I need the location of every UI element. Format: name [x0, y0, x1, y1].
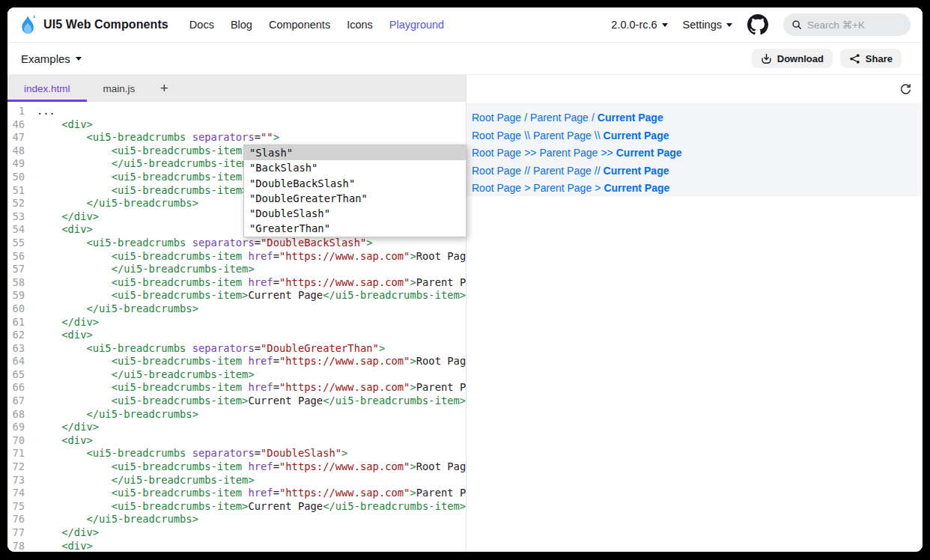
code-line: 64 <ui5-breadcrumbs-item href="https://w…	[7, 355, 466, 368]
settings-dropdown[interactable]: Settings	[683, 19, 732, 31]
chevron-down-icon	[76, 57, 82, 61]
code-line: 74 <ui5-breadcrumbs-item href="https://w…	[7, 487, 466, 500]
brand-home-link[interactable]: UI5 Web Components	[19, 14, 168, 35]
breadcrumb-separator: >>	[601, 147, 613, 159]
code-text: </div>	[37, 526, 99, 540]
code-line: 77 </div>	[7, 526, 466, 540]
autocomplete-option[interactable]: "DoubleGreaterThan"	[244, 191, 466, 206]
add-tab-button[interactable]: +	[151, 75, 177, 102]
tab-main-js[interactable]: main.js	[87, 75, 152, 102]
share-label: Share	[866, 53, 893, 64]
line-number: 77	[7, 526, 25, 540]
line-number: 63	[7, 342, 25, 356]
breadcrumb-link[interactable]: Root Page	[472, 182, 521, 194]
code-line: 57 </ui5-breadcrumbs-item>	[7, 263, 466, 276]
code-line: 73 </ui5-breadcrumbs-item>	[7, 474, 466, 487]
line-number: 61	[7, 316, 25, 329]
code-line: 75 <ui5-breadcrumbs-item>Current Page</u…	[7, 500, 466, 514]
breadcrumb-current: Current Page	[616, 147, 682, 159]
examples-dropdown[interactable]: Examples	[21, 52, 82, 65]
breadcrumbs-preview: Root Page/Parent Page/Current PageRoot P…	[466, 103, 922, 196]
breadcrumb-link[interactable]: Root Page	[472, 147, 521, 159]
tab-index-html[interactable]: index.html	[7, 75, 87, 102]
breadcrumb-separator: /	[524, 112, 527, 124]
nav-item-playground[interactable]: Playground	[389, 19, 444, 31]
code-line: 69 </div>	[7, 421, 466, 434]
breadcrumb-link[interactable]: Parent Page	[533, 130, 592, 141]
code-text: </ui5-breadcrumbs-item>	[37, 157, 255, 171]
code-text: </ui5-breadcrumbs>	[37, 513, 198, 526]
code-line: 56 <ui5-breadcrumbs-item href="https://w…	[7, 250, 466, 264]
breadcrumb-link[interactable]: Parent Page	[540, 147, 598, 159]
code-text: <ui5-breadcrumbs separators="">	[37, 131, 279, 144]
breadcrumb-separator: //	[524, 165, 530, 177]
line-number: 53	[7, 210, 25, 224]
nav-item-blog[interactable]: Blog	[231, 19, 252, 31]
share-button[interactable]: Share	[840, 49, 902, 68]
breadcrumb-row: Root Page//Parent Page//Current Page	[472, 162, 922, 180]
share-icon	[849, 53, 860, 64]
search-input[interactable]	[807, 19, 897, 31]
ui5-flame-logo-icon	[19, 14, 37, 35]
line-number: 50	[7, 171, 25, 184]
github-link[interactable]	[747, 14, 768, 35]
line-number: 78	[7, 540, 25, 552]
code-text: <ui5-breadcrumbs-item href="https://www.…	[37, 276, 466, 290]
code-line: 61 </div>	[7, 316, 466, 329]
breadcrumb-link[interactable]: Parent Page	[533, 165, 592, 177]
autocomplete-option[interactable]: "Slash"	[244, 145, 466, 160]
autocomplete-option[interactable]: "GreaterThan"	[244, 221, 466, 236]
code-text: <ui5-breadcrumbs-item href="https://www.…	[37, 487, 466, 500]
breadcrumb-link[interactable]: Root Page	[472, 130, 521, 141]
breadcrumb-current: Current Page	[604, 165, 669, 177]
line-number: 69	[7, 421, 25, 434]
code-text: </ui5-breadcrumbs-item>	[37, 474, 255, 487]
breadcrumb-current: Current Page	[598, 112, 663, 124]
code-line: 60 </ui5-breadcrumbs>	[7, 302, 466, 316]
code-text: </ui5-breadcrumbs-item>	[37, 368, 255, 382]
autocomplete-option[interactable]: "DoubleBackSlash"	[244, 176, 466, 191]
line-number: 54	[7, 223, 25, 237]
refresh-button[interactable]	[899, 83, 913, 97]
line-number: 76	[7, 513, 25, 526]
brand-title: UI5 Web Components	[43, 18, 168, 31]
code-text: <ui5-breadcrumbs-item href="https://www.…	[37, 460, 466, 474]
breadcrumb-link[interactable]: Parent Page	[533, 182, 592, 194]
autocomplete-option[interactable]: "BackSlash"	[244, 160, 466, 175]
nav-item-components[interactable]: Components	[269, 19, 330, 31]
line-number: 74	[7, 487, 25, 500]
line-number: 66	[7, 381, 25, 395]
code-text: ...	[37, 105, 55, 118]
code-line: 78 <div>	[7, 540, 466, 552]
settings-label: Settings	[683, 19, 722, 31]
refresh-icon	[899, 83, 912, 96]
line-number: 51	[7, 184, 25, 198]
code-text: <ui5-breadcrumbs-item>Current Page</ui5-…	[37, 500, 466, 514]
breadcrumb-current: Current Page	[604, 130, 669, 141]
download-label: Download	[777, 53, 824, 64]
search-box[interactable]	[783, 13, 911, 36]
breadcrumb-separator: >>	[524, 147, 536, 159]
code-text: <ui5-breadcrumbs-item>Current Page</ui5-…	[37, 395, 466, 408]
breadcrumb-link[interactable]: Parent Page	[530, 112, 589, 124]
code-text: <div>	[37, 329, 93, 342]
download-icon	[761, 53, 772, 64]
breadcrumb-link[interactable]: Root Page	[472, 112, 521, 124]
code-text: <ui5-breadcrumbs separators="DoubleBackS…	[37, 237, 373, 250]
line-number: 48	[7, 144, 25, 158]
code-line: 1...	[7, 105, 466, 118]
nav-item-docs[interactable]: Docs	[189, 19, 214, 31]
chevron-down-icon	[662, 23, 668, 27]
breadcrumb-link[interactable]: Root Page	[472, 165, 521, 177]
breadcrumb-separator: >	[524, 182, 530, 194]
download-button[interactable]: Download	[752, 49, 833, 68]
line-number: 56	[7, 250, 25, 264]
line-number: 49	[7, 157, 25, 171]
nav-item-icons[interactable]: Icons	[347, 19, 373, 31]
code-line: 72 <ui5-breadcrumbs-item href="https://w…	[7, 460, 466, 474]
line-number: 58	[7, 276, 25, 290]
header-right: 2.0.0-rc.6 Settings	[611, 13, 911, 36]
autocomplete-option[interactable]: "DoubleSlash"	[244, 206, 466, 221]
version-dropdown[interactable]: 2.0.0-rc.6	[611, 19, 667, 31]
line-number: 64	[7, 355, 25, 368]
